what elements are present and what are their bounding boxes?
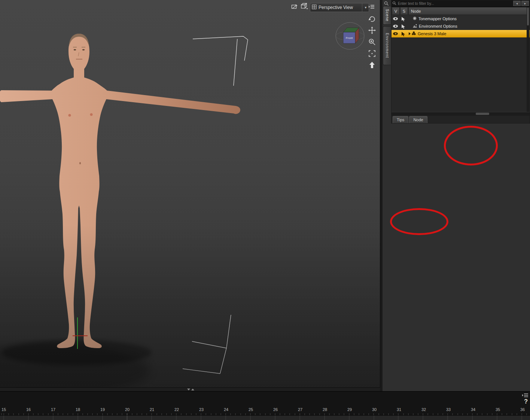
eye-icon[interactable] xyxy=(393,25,398,28)
scene-horizontal-scrollbar[interactable] xyxy=(392,112,530,116)
timeline-tick: 18 xyxy=(74,407,82,413)
eye-icon[interactable] xyxy=(393,17,398,20)
eye-icon[interactable] xyxy=(393,32,398,35)
timeline-tick: 16 xyxy=(25,407,32,413)
scene-tree-empty-area[interactable] xyxy=(392,37,530,112)
timeline-tick: 36 xyxy=(519,407,526,413)
column-selectable[interactable]: S xyxy=(400,7,408,15)
timeline-tick: 20 xyxy=(124,407,131,413)
scene-node-genesis-3-male[interactable]: Genesis 3 Male xyxy=(392,30,530,37)
timeline-tick: 34 xyxy=(469,407,477,413)
aspect-frame-icon[interactable] xyxy=(291,4,298,10)
node-label: Environment Options xyxy=(419,24,457,28)
timeline-tick: 33 xyxy=(445,407,452,413)
node-label: Tonemapper Options xyxy=(418,16,457,21)
scene-filter-input[interactable] xyxy=(397,1,512,6)
timeline-bar: ? 15 16 17 18 19 20 21 22 23 24 25 26 27… xyxy=(0,391,530,420)
timeline-tick: 29 xyxy=(346,407,353,413)
timeline-scrub-strip[interactable] xyxy=(0,415,530,420)
column-visibility[interactable]: V xyxy=(392,7,400,15)
tab-node[interactable]: Node xyxy=(409,116,427,123)
pane-menu-icon[interactable] xyxy=(368,4,375,10)
grid-view-icon xyxy=(312,4,317,10)
filter-next-icon[interactable]: ► xyxy=(521,1,529,6)
timeline-tick: 30 xyxy=(371,407,378,413)
scene-vertical-scrollbar[interactable] xyxy=(527,7,529,112)
orbit-rotate-icon[interactable] xyxy=(368,14,377,23)
expand-arrow-icon[interactable] xyxy=(409,32,411,35)
tab-tips[interactable]: Tips xyxy=(393,116,408,123)
genesis-3-male-figure[interactable] xyxy=(0,34,240,348)
view-selector-label: Perspective View xyxy=(319,5,353,10)
timeline-tick: 15 xyxy=(0,407,7,413)
eye-right xyxy=(82,49,85,50)
light-wireframe-bottom[interactable] xyxy=(183,315,231,374)
timeline-tick: 24 xyxy=(222,407,230,413)
scene-bottom-tabs: Tips Node xyxy=(392,116,530,123)
timeline-tick: 23 xyxy=(198,407,205,413)
view-cube[interactable]: Front xyxy=(334,19,366,51)
timeline-tick: 35 xyxy=(494,407,502,413)
timeline-tick: 25 xyxy=(247,407,255,413)
timeline-tick: 17 xyxy=(49,407,57,413)
pointer-icon[interactable] xyxy=(399,31,407,36)
timeline-menu-icon[interactable] xyxy=(522,393,529,398)
side-tab-environment[interactable]: Environment xyxy=(383,26,391,65)
pointer-icon[interactable] xyxy=(399,24,407,29)
frame-selection-icon[interactable] xyxy=(368,49,377,58)
environment-icon xyxy=(412,24,417,29)
view-selector-dropdown[interactable]: Perspective View ▼ xyxy=(310,3,369,12)
scene-node-tonemapper[interactable]: Tonemapper Options xyxy=(392,15,530,22)
timeline-ruler[interactable]: 15 16 17 18 19 20 21 22 23 24 25 26 27 2… xyxy=(0,407,530,413)
column-node[interactable]: Node xyxy=(408,7,529,15)
scrollbar-thumb[interactable] xyxy=(527,7,529,25)
timeline-tick: 32 xyxy=(420,407,427,413)
side-tab-scene[interactable]: Scene xyxy=(383,6,391,25)
pan-move-icon[interactable] xyxy=(368,26,377,35)
tonemapper-icon xyxy=(412,16,417,21)
zoom-magnifier-icon[interactable] xyxy=(368,37,377,46)
timeline-tick: 19 xyxy=(99,407,106,413)
filter-prev-icon[interactable]: ◄ xyxy=(513,1,521,6)
chevron-down-icon: ▼ xyxy=(362,3,367,12)
timeline-tick: 27 xyxy=(296,407,304,413)
scrollbar-thumb[interactable] xyxy=(476,113,489,115)
node-label: Genesis 3 Male xyxy=(418,31,446,36)
eye-left xyxy=(74,49,76,50)
timeline-tick: 28 xyxy=(321,407,329,413)
viewport-tool-column xyxy=(368,14,377,70)
reset-camera-icon[interactable] xyxy=(368,61,377,70)
camera-cube-icon[interactable] xyxy=(300,2,308,10)
scene-panel: ◄ ► V S Node Tonemapper Options xyxy=(391,0,530,124)
viewport-3d[interactable]: Front Perspective View ▼ xyxy=(0,0,380,387)
scene-filter-bar: ◄ ► xyxy=(392,0,530,7)
timeline-tick: 31 xyxy=(395,407,403,413)
timeline-tick: 22 xyxy=(173,407,180,413)
viewport-scene xyxy=(0,0,380,387)
figure-node-icon xyxy=(411,31,416,36)
figure-contact-shadow xyxy=(2,340,152,365)
scene-column-headers: V S Node xyxy=(392,7,530,15)
view-cube-front-label: Front xyxy=(346,36,353,40)
right-dock: Scene Environment ◄ ► V S Node xyxy=(383,0,530,391)
daz-studio-window: Front Perspective View ▼ xyxy=(0,0,530,420)
search-icon xyxy=(392,0,396,7)
pane-search-icon[interactable] xyxy=(384,1,389,6)
timeline-tick: 21 xyxy=(148,407,156,413)
pane-collapse-handle[interactable] xyxy=(187,389,194,390)
scene-node-environment[interactable]: Environment Options xyxy=(392,22,530,30)
timeline-tick: 26 xyxy=(272,407,279,413)
help-button[interactable]: ? xyxy=(524,398,528,405)
light-wireframe-top[interactable] xyxy=(193,36,248,86)
pointer-icon[interactable] xyxy=(399,16,407,21)
